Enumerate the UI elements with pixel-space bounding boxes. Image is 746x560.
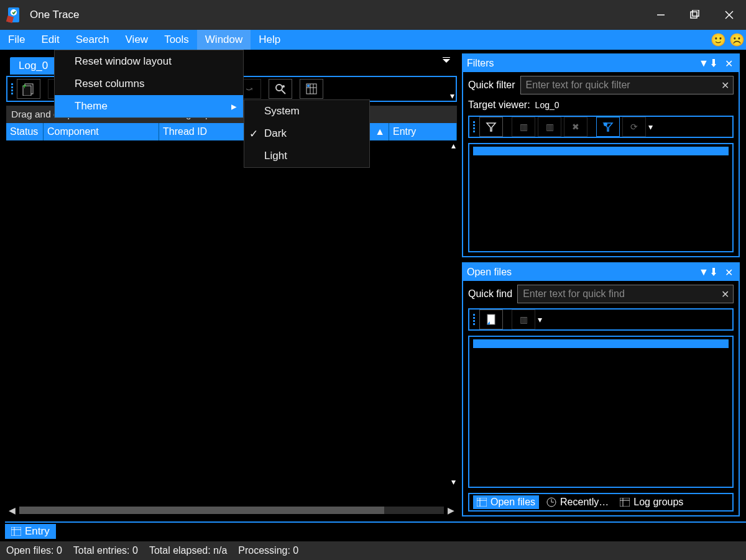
- target-viewer-label: Target viewer:: [468, 99, 530, 111]
- list-row-selected[interactable]: [473, 339, 729, 348]
- svg-point-13: [276, 85, 282, 91]
- menu-file[interactable]: File: [0, 30, 33, 50]
- feedback-sad-icon[interactable]: ☹️: [727, 30, 746, 50]
- open-file-button[interactable]: [479, 310, 503, 329]
- toolbar-overflow-icon[interactable]: ▾: [538, 314, 542, 324]
- menu-item-reset-columns[interactable]: Reset columns: [55, 73, 243, 95]
- status-open-files: Open files: 0: [6, 545, 62, 556]
- menu-help[interactable]: Help: [251, 30, 288, 50]
- theme-option-light[interactable]: Light: [244, 145, 369, 167]
- list-icon: [11, 527, 21, 536]
- svg-point-25: [604, 122, 607, 126]
- menu-item-theme[interactable]: Theme▸: [55, 95, 243, 117]
- filters-list[interactable]: [468, 143, 734, 252]
- clock-icon: [546, 497, 556, 507]
- toolbar-grip[interactable]: [472, 310, 477, 329]
- filter-tool-2[interactable]: ▥: [512, 117, 535, 137]
- toolbar-overflow-icon[interactable]: ▾: [450, 91, 454, 101]
- tab-log-groups[interactable]: Log groups: [616, 495, 687, 509]
- toolbar-button-search[interactable]: [269, 79, 292, 99]
- scroll-down-icon[interactable]: ▾: [451, 477, 456, 487]
- scroll-right-icon[interactable]: ▶: [448, 505, 454, 515]
- panel-close-icon[interactable]: ✕: [722, 58, 735, 70]
- entry-tab[interactable]: Entry: [5, 524, 56, 539]
- scroll-up-icon[interactable]: ▴: [451, 140, 456, 150]
- toolbar-grip[interactable]: [472, 117, 477, 137]
- menu-tools[interactable]: Tools: [156, 30, 197, 50]
- log-viewer-pane: Log_0 + ▦ ✖▦ ▦ ▦ ▦ ▦ ⤺ ⤻ ▾ Drag and drop…: [6, 53, 457, 516]
- quick-find-placeholder: Enter text for quick find: [523, 288, 625, 300]
- tab-open-files[interactable]: Open files: [473, 495, 539, 509]
- filter-tool-6[interactable]: ⟳: [622, 117, 646, 137]
- menu-search[interactable]: Search: [68, 30, 117, 50]
- filters-panel-header[interactable]: Filters ▼ ✕: [463, 55, 739, 72]
- side-panels: Filters ▼ ✕ Quick filter Enter text for …: [462, 53, 740, 516]
- tab-recently[interactable]: Recently…: [543, 495, 612, 509]
- theme-option-dark[interactable]: ✓Dark: [244, 122, 369, 145]
- list-row-selected[interactable]: [473, 147, 729, 155]
- menu-item-reset-window-layout[interactable]: Reset window layout: [55, 50, 243, 73]
- status-total-entries: Total entries: 0: [73, 545, 138, 556]
- svg-point-15: [282, 85, 285, 88]
- tab-options-icon[interactable]: [442, 57, 451, 66]
- clear-icon[interactable]: ✕: [721, 80, 729, 91]
- svg-point-1: [11, 9, 17, 16]
- quick-filter-placeholder: Enter text for quick filter: [526, 80, 630, 91]
- scroll-left-icon[interactable]: ◀: [9, 505, 16, 515]
- svg-marker-23: [487, 123, 495, 131]
- menubar: File Edit Search View Tools Window Help …: [0, 30, 746, 50]
- clear-icon[interactable]: ✕: [721, 288, 729, 300]
- log-grid[interactable]: ▴ ▾: [6, 140, 457, 504]
- submenu-arrow-icon: ▸: [231, 100, 237, 113]
- column-header-entry[interactable]: Entry: [389, 123, 457, 140]
- quick-filter-label: Quick filter: [468, 80, 515, 91]
- quick-filter-input[interactable]: Enter text for quick filter ✕: [520, 76, 734, 94]
- scrollbar-thumb[interactable]: [19, 507, 384, 514]
- open-files-panel-header[interactable]: Open files ▼ ✕: [463, 264, 739, 281]
- svg-rect-30: [477, 498, 487, 507]
- menu-edit[interactable]: Edit: [33, 30, 67, 50]
- filter-tool-active[interactable]: [596, 117, 620, 137]
- column-header-status[interactable]: Status: [6, 123, 44, 140]
- target-viewer-value: Log_0: [535, 100, 560, 110]
- maximize-button[interactable]: [678, 0, 712, 30]
- panel-pin-icon[interactable]: [710, 268, 722, 277]
- menu-window[interactable]: Window: [197, 30, 251, 50]
- svg-rect-26: [712, 268, 715, 273]
- panel-pin-icon[interactable]: [710, 59, 722, 68]
- filters-toolbar: ▥ ▥ ✖ ⟳ ▾: [468, 116, 734, 138]
- window-menu-dropdown: Reset window layout Reset columns Theme▸: [54, 50, 244, 118]
- status-total-elapsed: Total elapsed: n/a: [149, 545, 227, 556]
- entry-tab-row: Entry: [5, 521, 746, 540]
- close-button[interactable]: [712, 0, 746, 30]
- toolbar-button-columns[interactable]: [300, 79, 323, 99]
- open-files-list[interactable]: [468, 336, 734, 488]
- menu-view[interactable]: View: [117, 30, 157, 50]
- filter-tool-3[interactable]: ▥: [538, 117, 561, 137]
- openfiles-tool-2[interactable]: ▥: [512, 310, 535, 329]
- status-processing: Processing: 0: [238, 545, 298, 556]
- list-icon: [620, 498, 630, 507]
- check-icon: ✓: [249, 127, 258, 140]
- column-header-component[interactable]: Component: [44, 123, 159, 140]
- feedback-happy-icon[interactable]: 🙂: [709, 30, 727, 50]
- svg-rect-36: [620, 498, 630, 507]
- toolbar-grip[interactable]: [10, 77, 15, 101]
- filters-panel: Filters ▼ ✕ Quick filter Enter text for …: [462, 53, 740, 257]
- document-tab-log0[interactable]: Log_0: [10, 57, 57, 75]
- filters-panel-title: Filters: [467, 58, 494, 69]
- quick-find-input[interactable]: Enter text for quick find ✕: [517, 285, 734, 303]
- filter-tool-4[interactable]: ✖: [564, 117, 587, 137]
- panel-dropdown-icon[interactable]: ▼: [698, 267, 710, 278]
- panel-dropdown-icon[interactable]: ▼: [698, 58, 710, 69]
- minimize-button[interactable]: [643, 0, 678, 30]
- titlebar: One Trace: [0, 0, 746, 30]
- add-document-button[interactable]: +: [17, 79, 40, 99]
- panel-close-icon[interactable]: ✕: [722, 267, 735, 278]
- horizontal-scrollbar[interactable]: ◀ ▶: [6, 504, 457, 516]
- theme-option-system[interactable]: System: [244, 100, 369, 122]
- svg-marker-27: [711, 273, 716, 276]
- filter-button[interactable]: [479, 117, 503, 137]
- toolbar-overflow-icon[interactable]: ▾: [648, 122, 653, 132]
- svg-rect-4: [691, 12, 697, 18]
